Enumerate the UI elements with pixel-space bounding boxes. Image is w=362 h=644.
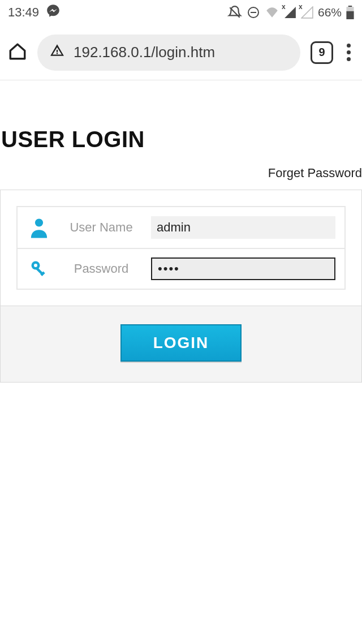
tab-count: 9 xyxy=(318,46,325,59)
password-input[interactable] xyxy=(151,257,335,280)
tabs-button[interactable]: 9 xyxy=(311,41,333,64)
svg-rect-2 xyxy=(348,6,352,7)
browser-bar: 192.168.0.1/login.htm 9 xyxy=(0,25,362,80)
forgot-password-link[interactable]: Forget Password xyxy=(268,166,362,180)
address-bar[interactable]: 192.168.0.1/login.htm xyxy=(37,35,300,71)
dnd-icon xyxy=(247,6,260,19)
login-panel: User Name Password xyxy=(0,190,362,306)
key-icon xyxy=(27,259,51,279)
username-input[interactable] xyxy=(151,216,335,239)
signal-1-icon: x xyxy=(284,6,296,19)
page-content: USER LOGIN Forget Password User Name Pas… xyxy=(0,80,362,383)
svg-rect-4 xyxy=(346,11,354,19)
username-row: User Name xyxy=(18,207,344,248)
messenger-icon xyxy=(46,3,61,22)
url-text: 192.168.0.1/login.htm xyxy=(74,44,215,61)
battery-percent: 66% xyxy=(318,6,342,19)
svg-point-7 xyxy=(34,264,37,267)
login-footer: LOGIN xyxy=(0,306,362,383)
status-time: 13:49 xyxy=(8,5,39,20)
user-icon xyxy=(27,217,51,238)
username-label: User Name xyxy=(62,220,141,235)
password-row: Password xyxy=(18,248,344,289)
password-label: Password xyxy=(62,261,141,276)
wifi-icon xyxy=(265,6,279,19)
page-title: USER LOGIN xyxy=(0,127,362,152)
not-secure-icon xyxy=(50,43,64,62)
mute-icon xyxy=(227,5,242,20)
menu-icon[interactable] xyxy=(343,40,354,65)
login-button[interactable]: LOGIN xyxy=(120,324,242,362)
status-bar: 13:49 x x 66% xyxy=(0,0,362,25)
svg-point-5 xyxy=(35,218,43,226)
battery-icon xyxy=(346,6,354,19)
signal-2-icon: x xyxy=(301,6,313,19)
home-icon[interactable] xyxy=(8,42,27,63)
